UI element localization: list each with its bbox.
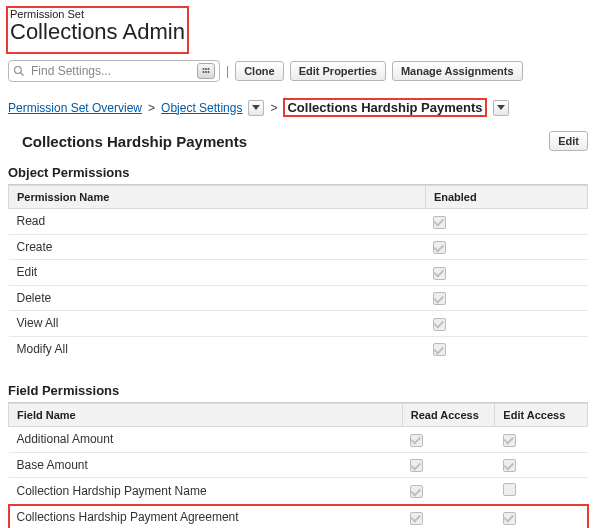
col-field-name: Field Name <box>9 404 403 427</box>
read-access-cell <box>402 478 495 505</box>
enabled-cell <box>425 209 587 235</box>
chevron-down-icon <box>252 105 260 110</box>
edit-access-cell <box>495 478 588 505</box>
checkbox-icon <box>433 318 446 331</box>
field-name-cell: Collections Hardship Payment Agreement <box>9 505 403 528</box>
breadcrumb-sep: > <box>148 101 155 115</box>
svg-line-1 <box>21 73 24 76</box>
checkbox-icon <box>410 512 423 525</box>
checkbox-icon <box>503 512 516 525</box>
table-row: Modify All <box>9 336 588 361</box>
chevron-down-icon <box>497 105 505 110</box>
svg-point-0 <box>15 67 22 74</box>
table-row: Create <box>9 234 588 260</box>
checkbox-icon <box>433 292 446 305</box>
table-row: Read <box>9 209 588 235</box>
svg-point-4 <box>208 68 210 70</box>
col-edit-access: Edit Access <box>495 404 588 427</box>
page-title: Collections Admin <box>10 20 185 44</box>
table-row: Collection Hardship Payment Name <box>9 478 588 505</box>
field-name-cell: Additional Amount <box>9 427 403 453</box>
field-permissions-table: Field Name Read Access Edit Access Addit… <box>8 403 588 528</box>
table-row: Delete <box>9 285 588 311</box>
enabled-cell <box>425 285 587 311</box>
breadcrumb-object-settings-link[interactable]: Object Settings <box>161 101 242 115</box>
edit-properties-button[interactable]: Edit Properties <box>290 61 386 81</box>
search-icon <box>13 65 25 77</box>
checkbox-icon <box>433 241 446 254</box>
permission-name-cell: View All <box>9 311 426 337</box>
table-row: Additional Amount <box>9 427 588 453</box>
dots-icon <box>202 67 210 75</box>
table-row: View All <box>9 311 588 337</box>
checkbox-icon <box>410 434 423 447</box>
object-permissions-table: Permission Name Enabled ReadCreateEditDe… <box>8 185 588 361</box>
table-row: Edit <box>9 260 588 286</box>
col-permission-name: Permission Name <box>9 186 426 209</box>
field-permissions-title: Field Permissions <box>8 379 588 403</box>
breadcrumb-current: Collections Hardship Payments <box>287 100 482 115</box>
read-access-cell <box>402 427 495 453</box>
field-name-cell: Base Amount <box>9 452 403 478</box>
edit-access-cell <box>495 505 588 528</box>
permission-name-cell: Create <box>9 234 426 260</box>
svg-point-3 <box>205 68 207 70</box>
enabled-cell <box>425 311 587 337</box>
checkbox-icon <box>503 434 516 447</box>
search-input[interactable] <box>29 63 197 79</box>
enabled-cell <box>425 234 587 260</box>
section-title: Collections Hardship Payments <box>8 133 247 150</box>
permission-name-cell: Edit <box>9 260 426 286</box>
permission-name-cell: Delete <box>9 285 426 311</box>
checkbox-icon <box>433 267 446 280</box>
svg-point-2 <box>203 68 205 70</box>
enabled-cell <box>425 260 587 286</box>
manage-assignments-button[interactable]: Manage Assignments <box>392 61 523 81</box>
checkbox-icon <box>410 485 423 498</box>
checkbox-icon <box>433 343 446 356</box>
checkbox-icon <box>503 483 516 496</box>
col-read-access: Read Access <box>402 404 495 427</box>
breadcrumb-sep: > <box>270 101 277 115</box>
checkbox-icon <box>503 459 516 472</box>
table-row: Base Amount <box>9 452 588 478</box>
permission-name-cell: Read <box>9 209 426 235</box>
col-enabled: Enabled <box>425 186 587 209</box>
edit-button[interactable]: Edit <box>549 131 588 151</box>
breadcrumb: Permission Set Overview > Object Setting… <box>8 98 588 117</box>
section-header: Collections Hardship Payments Edit <box>8 131 588 151</box>
enabled-cell <box>425 336 587 361</box>
read-access-cell <box>402 505 495 528</box>
permission-name-cell: Modify All <box>9 336 426 361</box>
toolbar: | Clone Edit Properties Manage Assignmen… <box>8 60 588 82</box>
edit-access-cell <box>495 452 588 478</box>
svg-point-7 <box>208 71 210 73</box>
object-permissions-title: Object Permissions <box>8 161 588 185</box>
field-name-cell: Collection Hardship Payment Name <box>9 478 403 505</box>
clone-button[interactable]: Clone <box>235 61 284 81</box>
checkbox-icon <box>410 459 423 472</box>
search-go-button[interactable] <box>197 63 215 79</box>
breadcrumb-overview-link[interactable]: Permission Set Overview <box>8 101 142 115</box>
svg-point-6 <box>205 71 207 73</box>
edit-access-cell <box>495 427 588 453</box>
object-settings-dropdown[interactable] <box>248 100 264 116</box>
checkbox-icon <box>433 216 446 229</box>
toolbar-separator: | <box>226 64 229 78</box>
search-box[interactable] <box>8 60 220 82</box>
current-dropdown[interactable] <box>493 100 509 116</box>
read-access-cell <box>402 452 495 478</box>
table-row: Collections Hardship Payment Agreement <box>9 505 588 528</box>
svg-point-5 <box>203 71 205 73</box>
